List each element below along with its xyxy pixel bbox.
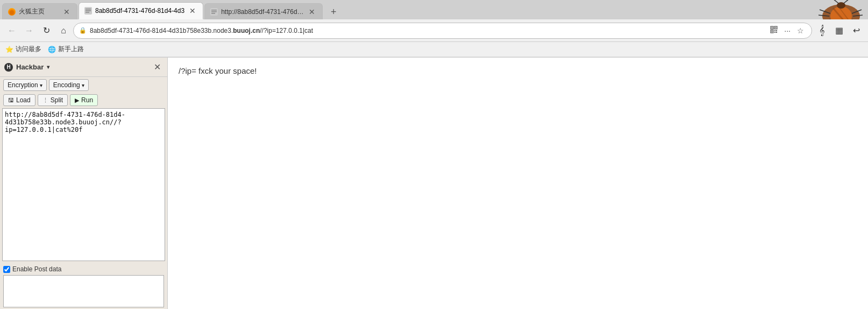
hackbar-close-icon: ✕ [154, 62, 161, 72]
overflow-menu-button[interactable]: ↩ [849, 23, 864, 38]
svg-rect-2 [86, 10, 91, 11]
load-button[interactable]: 🖫 Load [3, 94, 35, 106]
tab-firefox-home-title: 火狐主页 [19, 7, 59, 16]
hackbar-close-button[interactable]: ✕ [152, 61, 163, 73]
address-url-domain: buuoj.cn [233, 27, 260, 34]
run-icon: ▶ [75, 97, 79, 104]
tab-2-close[interactable]: ✕ [307, 8, 317, 16]
svg-line-20 [844, 0, 849, 3]
svg-rect-28 [776, 30, 777, 31]
encryption-chevron: ▾ [40, 82, 42, 88]
encoding-chevron: ▾ [82, 82, 84, 88]
forward-button[interactable]: → [22, 23, 37, 38]
new-tab-button[interactable]: + [326, 4, 341, 19]
back-button[interactable]: ← [4, 23, 19, 38]
svg-rect-5 [211, 10, 217, 11]
sidebar-icon: ▦ [835, 25, 843, 36]
hackbar-favicon: H [4, 63, 13, 72]
tab-1-favicon [84, 7, 92, 15]
tab-1[interactable]: 8ab8d5df-4731-476d-81d4-4d3 ✕ [79, 2, 203, 19]
encoding-dropdown[interactable]: Encoding ▾ [49, 79, 89, 91]
hackbar-panel: H Hackbar ▾ ✕ Encryption ▾ Encoding ▾ [0, 58, 168, 309]
split-label: Split [51, 96, 63, 104]
tab-2[interactable]: http://8ab8d5df-4731-476d-81d ✕ [204, 3, 323, 19]
address-url-prefix: 8ab8d5df-4731-476d-81d4-4d31b758e33b.nod… [90, 27, 233, 34]
svg-rect-1 [86, 9, 91, 10]
sidebar-button[interactable]: ▦ [831, 23, 846, 38]
qr-button[interactable] [768, 25, 780, 36]
url-textarea[interactable] [2, 108, 165, 261]
bookmark-most-visited[interactable]: ⭐ 访问最多 [5, 45, 41, 54]
library-icon: 𝄞 [819, 25, 825, 36]
enable-post-checkbox[interactable] [3, 266, 10, 273]
library-button[interactable]: 𝄞 [814, 23, 829, 38]
enable-post-row: Enable Post data [3, 265, 164, 273]
load-icon: 🖫 [8, 97, 14, 103]
load-label: Load [16, 96, 31, 104]
overflow-icon: ↩ [853, 25, 860, 36]
bookmark-most-visited-icon: ⭐ [5, 46, 13, 53]
bookmark-new-user[interactable]: 🌐 新手上路 [48, 45, 84, 54]
address-bar-text: 8ab8d5df-4731-476d-81d4-4d31b758e33b.nod… [90, 27, 765, 34]
post-data-textarea[interactable] [3, 275, 164, 307]
split-icon: ⋮ [42, 97, 48, 104]
bookmark-most-visited-label: 访问最多 [16, 45, 41, 54]
address-bar[interactable]: 🔒 8ab8d5df-4731-476d-81d4-4d31b758e33b.n… [73, 23, 812, 39]
svg-rect-30 [776, 32, 777, 33]
bug-illustration [760, 0, 868, 19]
tab-1-title: 8ab8d5df-4731-476d-81d4-4d3 [95, 7, 184, 15]
encoding-label: Encoding [53, 81, 80, 89]
tab-2-title: http://8ab8d5df-4731-476d-81d [221, 8, 304, 16]
back-icon: ← [8, 26, 16, 36]
tab-firefox-home-close[interactable]: ✕ [62, 8, 72, 16]
home-button[interactable]: ⌂ [56, 23, 71, 38]
split-button[interactable]: ⋮ Split [38, 94, 68, 106]
svg-rect-27 [774, 30, 775, 31]
new-tab-icon: + [331, 6, 337, 18]
svg-rect-3 [86, 12, 89, 13]
reload-icon: ↻ [43, 25, 50, 36]
hackbar-toolbar-row1: Encryption ▾ Encoding ▾ [0, 77, 167, 93]
svg-rect-6 [211, 11, 217, 12]
main-content: /?ip= fxck your space! [168, 58, 868, 309]
tab-1-close[interactable]: ✕ [188, 6, 197, 15]
hackbar-toolbar-row2: 🖫 Load ⋮ Split ▶ Run [0, 93, 167, 108]
enable-post-label: Enable Post data [12, 265, 61, 273]
hackbar-post-section: Enable Post data [0, 263, 167, 309]
svg-rect-22 [772, 27, 773, 29]
bookmark-new-user-label: 新手上路 [58, 45, 84, 54]
firefox-favicon [8, 8, 16, 16]
hackbar-chevron: ▾ [47, 64, 49, 70]
bookmark-new-user-icon: 🌐 [48, 46, 56, 53]
encryption-label: Encryption [8, 81, 38, 89]
more-button[interactable]: ··· [782, 25, 793, 36]
svg-line-19 [833, 0, 838, 3]
reload-button[interactable]: ↻ [39, 23, 54, 38]
star-icon: ☆ [797, 26, 804, 35]
tab-firefox-home[interactable]: 火狐主页 ✕ [2, 3, 77, 19]
run-label: Run [81, 96, 93, 104]
bookmark-star-button[interactable]: ☆ [795, 25, 806, 36]
svg-rect-24 [775, 27, 777, 29]
main-page-text: /?ip= fxck your space! [179, 66, 857, 75]
hackbar-header: H Hackbar ▾ ✕ [0, 58, 167, 77]
hackbar-title-area: H Hackbar ▾ [4, 63, 49, 72]
encryption-dropdown[interactable]: Encryption ▾ [3, 79, 47, 91]
more-icon: ··· [784, 26, 791, 35]
svg-rect-29 [774, 32, 775, 33]
run-button[interactable]: ▶ Run [70, 94, 98, 106]
tab-2-favicon [210, 8, 218, 16]
svg-rect-7 [211, 13, 215, 14]
qr-icon [770, 26, 778, 33]
svg-rect-26 [772, 31, 773, 32]
forward-icon: → [25, 26, 33, 36]
hackbar-title-label: Hackbar [16, 63, 44, 71]
home-icon: ⌂ [61, 26, 66, 36]
address-url-suffix: //?ip=127.0.0.1|cat [260, 27, 313, 34]
lock-icon: 🔒 [79, 27, 87, 34]
